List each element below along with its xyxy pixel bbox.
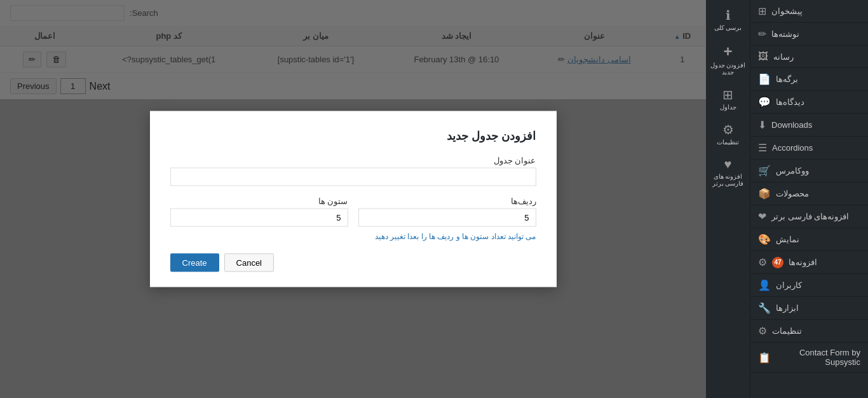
- rows-input[interactable]: [358, 209, 536, 227]
- posts-icon: ✏: [758, 28, 766, 40]
- form-hint: می توانید تعداد ستون ها و ردیف ها را بعد…: [170, 232, 536, 241]
- icon-panel-tables[interactable]: ⊞ جداول: [706, 82, 750, 116]
- sidebar-item-accordions[interactable]: Accordions ☰: [750, 137, 868, 160]
- sidebar-item-posts[interactable]: نوشته‌ها ✏: [750, 23, 868, 46]
- sidebar-item-settings[interactable]: تنظیمات ⚙: [750, 320, 868, 343]
- table-title-input[interactable]: [170, 168, 536, 186]
- sidebar-item-pages[interactable]: برگه‌ها 📄: [750, 68, 868, 91]
- sidebar-item-downloads[interactable]: Downloads ⬇: [750, 114, 868, 137]
- dashboard-icon: ⊞: [758, 5, 766, 17]
- sidebar: پیشخوان ⊞ نوشته‌ها ✏ رسانه 🖼 برگه‌ها 📄 د…: [750, 0, 868, 398]
- icon-panel: ℹ برسی کلی + افزودن جدول جدید ⊞ جداول ⚙ …: [706, 0, 750, 398]
- sidebar-item-woo-persian[interactable]: افزونه‌های فارسی برتر ❤: [750, 205, 868, 228]
- plugins-icon: ⚙: [758, 256, 767, 268]
- sidebar-item-comments[interactable]: دیدگاه‌ها 💬: [750, 91, 868, 114]
- icon-panel-woo-fav[interactable]: ♥ افزونه های فارسی برتر: [706, 152, 750, 192]
- rows-cols-group: ردیف‌ها ستون ها: [170, 196, 536, 227]
- users-icon: 👤: [758, 279, 771, 291]
- sidebar-item-woocommerce[interactable]: ووکامرس 🛒: [750, 160, 868, 182]
- icon-panel-settings[interactable]: ⚙ تنظیمات: [706, 117, 750, 151]
- icon-panel-info[interactable]: ℹ برسی کلی: [706, 3, 750, 36]
- settings-icon: ⚙: [758, 325, 767, 337]
- columns-input[interactable]: [170, 209, 348, 227]
- sidebar-item-tools[interactable]: ابزارها 🔧: [750, 297, 868, 320]
- rows-label: ردیف‌ها: [358, 196, 536, 206]
- modal-actions: Create Cancel: [170, 254, 536, 272]
- appearance-icon: 🎨: [758, 233, 771, 245]
- sidebar-item-dashboard[interactable]: پیشخوان ⊞: [750, 0, 868, 23]
- fav-heart-icon: ♥: [724, 157, 732, 172]
- contact-form-icon: 📋: [758, 352, 771, 364]
- cancel-button[interactable]: Cancel: [224, 254, 274, 272]
- tables-icon: ⊞: [722, 87, 733, 102]
- plugins-badge: 47: [772, 257, 783, 268]
- sidebar-item-plugins[interactable]: افزونه‌ها 47 ⚙: [750, 251, 868, 274]
- add-table-icon: +: [724, 43, 733, 60]
- table-title-label: عنوان جدول: [170, 156, 536, 165]
- comments-icon: 💬: [758, 96, 771, 108]
- add-table-modal: افزودن جدول جدید عنوان جدول ردیف‌ها ستون…: [150, 111, 557, 287]
- info-icon: ℹ: [726, 8, 731, 23]
- sidebar-item-products[interactable]: محصولات 📦: [750, 182, 868, 205]
- main-content: Search: ID ▲ عنوان ایجاد شد میان بر کد p…: [0, 0, 706, 398]
- sidebar-item-users[interactable]: کاربران 👤: [750, 274, 868, 297]
- icon-panel-add-table[interactable]: + افزودن جدول جدید: [706, 38, 750, 81]
- columns-col: ستون ها: [170, 196, 348, 227]
- modal-title: افزودن جدول جدید: [170, 129, 536, 143]
- tools-icon: 🔧: [758, 302, 771, 314]
- products-icon: 📦: [758, 188, 771, 200]
- rows-col: ردیف‌ها: [358, 196, 536, 227]
- heart-icon: ❤: [758, 210, 766, 223]
- create-button[interactable]: Create: [170, 254, 219, 272]
- gear-icon: ⚙: [722, 122, 734, 137]
- media-icon: 🖼: [758, 51, 768, 62]
- columns-label: ستون ها: [170, 196, 348, 206]
- woo-icon: 🛒: [758, 165, 771, 177]
- pages-icon: 📄: [758, 73, 771, 85]
- sidebar-item-appearance[interactable]: نمایش 🎨: [750, 228, 868, 251]
- downloads-icon: ⬇: [758, 119, 766, 131]
- sidebar-item-contact-form[interactable]: Contact Form by Supsystic 📋: [750, 343, 868, 373]
- accordions-icon: ☰: [758, 142, 767, 154]
- sidebar-item-media[interactable]: رسانه 🖼: [750, 46, 868, 68]
- table-title-group: عنوان جدول: [170, 156, 536, 186]
